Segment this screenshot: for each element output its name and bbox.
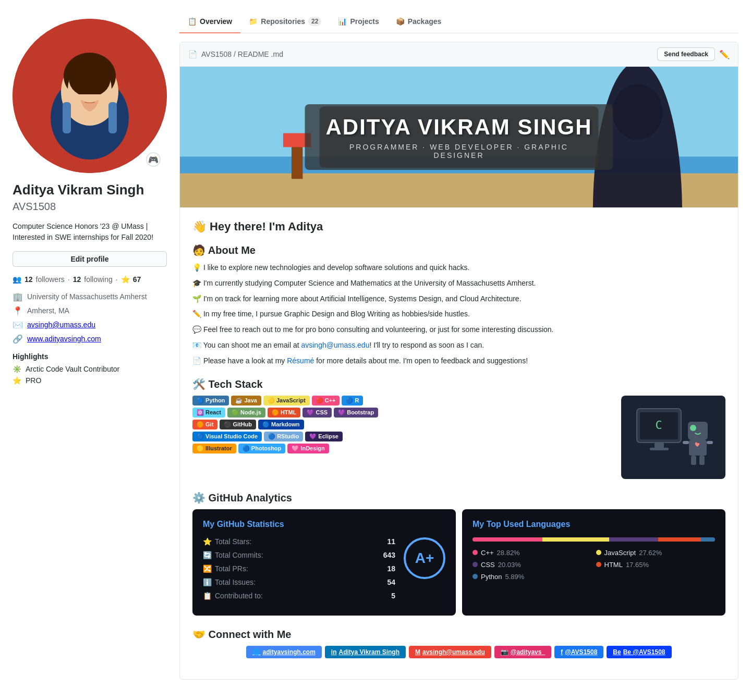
tab-projects[interactable]: 📊 Projects	[330, 10, 387, 33]
email-icon: ✉️	[13, 320, 23, 330]
website-connect-icon: 🌐	[252, 648, 260, 656]
badge-rstudio: 🔵 RStudio	[264, 432, 303, 441]
analytics-heading: ⚙️ GitHub Analytics	[192, 492, 725, 504]
issues-stat-icon: ℹ️	[203, 578, 212, 586]
commits-stat-value: 643	[383, 551, 395, 559]
badge-eclipse: 💜 Eclipse	[305, 432, 343, 441]
cpp-bar-seg	[473, 537, 542, 542]
highlights-title: Highlights	[13, 352, 167, 361]
connect-instagram[interactable]: 📷 @adityavs_	[494, 646, 551, 658]
badge-html: 🟠 HTML	[268, 408, 301, 417]
badge-github: ⚫ GitHub	[220, 420, 256, 429]
followers-count[interactable]: 12	[25, 275, 33, 284]
tab-packages[interactable]: 📦 Packages	[387, 10, 450, 33]
org-detail: 🏢 University of Massachusetts Amherst	[13, 292, 167, 302]
website-link[interactable]: www.adityavsingh.com	[27, 335, 101, 343]
badges-row-5: 🟡 Illustrator 🔵 Photoshop 🩷 InDesign	[192, 444, 613, 453]
svg-rect-29	[699, 456, 705, 465]
html-dot	[596, 562, 601, 567]
svg-point-16	[612, 84, 662, 140]
following-label: following	[84, 275, 112, 284]
send-feedback-button[interactable]: Send feedback	[657, 47, 715, 61]
resume-link[interactable]: Résumé	[287, 357, 314, 365]
linkedin-icon: in	[331, 648, 337, 656]
svg-rect-28	[691, 456, 696, 465]
prs-stat-icon: 🔀	[203, 564, 212, 573]
html-bar-seg	[658, 537, 701, 542]
profile-banner: ADITYA VIKRAM SINGH PROGRAMMER · WEB DEV…	[180, 67, 738, 207]
svg-text:C: C	[655, 419, 662, 432]
repo-icon: 📁	[249, 17, 258, 26]
badge-react: ⚛️ React	[192, 408, 225, 417]
stars-stat-label: ⭐ Total Stars:	[203, 537, 383, 546]
stars-stat-value: 11	[387, 537, 395, 546]
projects-icon: 📊	[338, 17, 347, 26]
greeting-heading: 👋 Hey there! I'm Aditya	[192, 220, 725, 234]
about-section: 🧑 About Me 💡 I like to explore new techn…	[192, 244, 725, 367]
readme-icon: 📄	[188, 50, 197, 58]
badge-vscode: 🔵 Visual Studio Code	[192, 432, 262, 441]
issues-stat-label: ℹ️ Total Issues:	[203, 578, 383, 586]
lang-bar	[473, 537, 715, 542]
banner-text: ADITYA VIKRAM SINGH PROGRAMMER · WEB DEV…	[305, 104, 613, 170]
js-name: JavaScript	[604, 549, 636, 557]
js-dot	[596, 550, 601, 555]
python-bar-seg	[701, 537, 715, 542]
email-connect-icon: M	[415, 648, 420, 656]
connect-linkedin[interactable]: in Aditya Vikram Singh	[325, 646, 406, 658]
stars-count[interactable]: 67	[133, 275, 141, 284]
connect-behance[interactable]: Be Be @AVS1508	[607, 646, 671, 658]
following-count[interactable]: 12	[73, 275, 81, 284]
avatar	[13, 19, 167, 173]
connect-section: 🤝 Connect with Me 🌐 adityavsingh.com in …	[192, 628, 725, 658]
lang-css: CSS 20.03%	[473, 561, 592, 569]
lang-python: Python 5.89%	[473, 573, 592, 581]
css-dot	[473, 562, 478, 567]
highlight-2: ⭐ PRO	[13, 376, 167, 385]
js-pct: 27.62%	[639, 549, 662, 557]
python-pct: 5.89%	[505, 573, 524, 581]
sidebar: 🎮 Aditya Vikram Singh AVS1508 Computer S…	[13, 10, 167, 692]
org-icon: 🏢	[13, 292, 23, 302]
badge-photoshop: 🔵 Photoshop	[238, 444, 286, 453]
email-link[interactable]: avsingh@umass.edu	[27, 321, 95, 329]
issues-stat-value: 54	[387, 578, 395, 586]
profile-details: 🏢 University of Massachusetts Amherst 📍 …	[13, 292, 167, 344]
badges-row-1: 🔵 Python ☕ Java 🟡 JavaScript 🔴 C++ 🔵 R	[192, 396, 613, 406]
prs-stat-value: 18	[387, 564, 395, 573]
stats-card: My GitHub Statistics ⭐ Total Stars: 11	[192, 509, 456, 616]
edit-icon[interactable]: ✏️	[719, 50, 730, 59]
badge-css: 💜 CSS	[302, 408, 332, 417]
readme-body: 👋 Hey there! I'm Aditya 🧑 About Me 💡 I l…	[180, 207, 738, 679]
about-line-5: 💬 Feel free to reach out to me for pro b…	[192, 324, 725, 336]
cpp-name: C++	[481, 549, 494, 557]
highlight-1: ✳️ Arctic Code Vault Contributor	[13, 365, 167, 373]
highlight-1-text: Arctic Code Vault Contributor	[26, 365, 119, 373]
connect-website[interactable]: 🌐 adityavsingh.com	[246, 646, 321, 658]
connect-email[interactable]: M avsingh@umass.edu	[409, 646, 491, 658]
connect-facebook[interactable]: f @AVS1508	[554, 646, 603, 658]
facebook-icon: f	[561, 648, 563, 656]
stat-row-contributed: 📋 Contributed to: 5	[203, 592, 395, 600]
highlight-1-icon: ✳️	[13, 365, 21, 373]
tab-repositories[interactable]: 📁 Repositories 22	[240, 10, 330, 33]
tab-overview[interactable]: 📋 Overview	[179, 10, 240, 33]
location-detail: 📍 Amherst, MA	[13, 306, 167, 316]
stat-row-prs: 🔀 Total PRs: 18	[203, 564, 395, 573]
css-bar-seg	[609, 537, 658, 542]
html-pct: 17.65%	[626, 561, 649, 569]
tech-robot-illustration: C	[621, 396, 725, 479]
about-line-3: 🌱 I'm on track for learning more about A…	[192, 293, 725, 305]
svg-rect-21	[655, 443, 664, 448]
cpp-pct: 28.82%	[497, 549, 520, 557]
prs-stat-label: 🔀 Total PRs:	[203, 564, 383, 573]
main-content: 📋 Overview 📁 Repositories 22 📊 Projects …	[179, 10, 738, 692]
email-link-body[interactable]: avsingh@umass.edu	[301, 341, 369, 349]
location-text: Amherst, MA	[27, 306, 69, 315]
badge-git: 🟠 Git	[192, 420, 217, 429]
svg-rect-27	[707, 441, 713, 444]
edit-profile-button[interactable]: Edit profile	[13, 251, 167, 267]
stat-row-issues: ℹ️ Total Issues: 54	[203, 578, 395, 586]
stat-row-commits: 🔄 Total Commits: 643	[203, 551, 395, 559]
badge-python: 🔵 Python	[192, 396, 229, 406]
